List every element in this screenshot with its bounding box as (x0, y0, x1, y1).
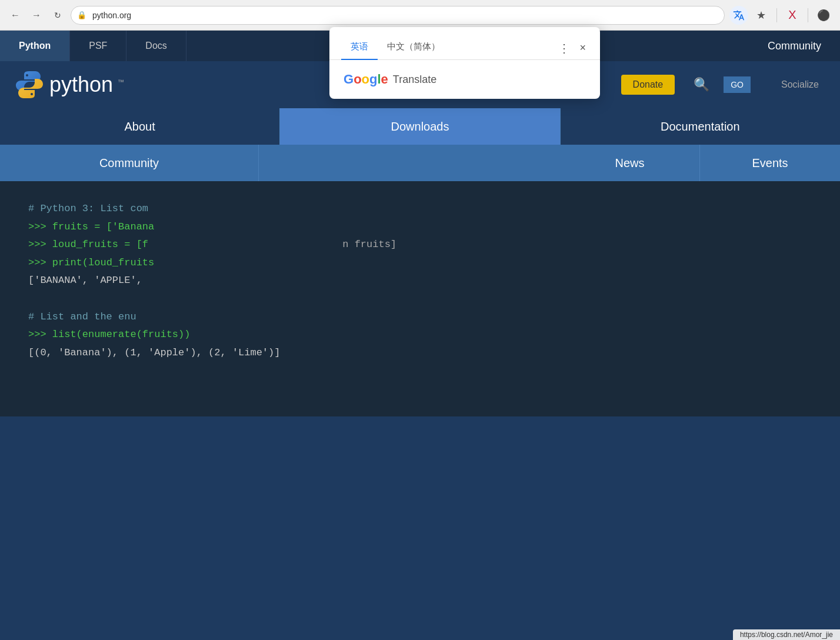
code-line-3: >>> print(loud_fruits (28, 254, 812, 272)
donate-button[interactable]: Donate (621, 75, 675, 95)
main-nav-row1: About Downloads Documentation (0, 108, 840, 145)
translate-tab-english[interactable]: 英语 (341, 36, 378, 59)
code-output-2: [(0, 'Banana'), (1, 'Apple'), (2, 'Lime'… (28, 344, 812, 362)
socialize-button[interactable]: Socialize (774, 79, 826, 90)
code-blank (28, 290, 812, 308)
translate-body: Google Translate (329, 60, 600, 99)
top-nav-docs[interactable]: Docs (126, 31, 186, 61)
forward-button[interactable]: → (28, 7, 45, 24)
code-line-2: >>> loud_fruits = [f n fruits] (28, 236, 812, 254)
nav-news[interactable]: News (560, 145, 700, 181)
top-nav-python[interactable]: Python (0, 31, 70, 61)
url-text: python.org (92, 11, 131, 20)
logo-tm: ™ (118, 78, 124, 85)
nav-about[interactable]: About (0, 108, 280, 145)
code-area: # Python 3: List com >>> fruits = ['Bana… (0, 181, 840, 416)
translate-more-icon[interactable]: ⋮ (556, 39, 572, 58)
code-output-1: ['BANANA', 'APPLE', (28, 272, 812, 290)
address-bar[interactable]: 🔒 python.org (71, 6, 725, 25)
status-bar: https://blog.csdn.net/Amor_jie (733, 629, 840, 640)
go-button[interactable]: GO (724, 76, 751, 93)
translate-tab-chinese[interactable]: 中文（简体） (378, 36, 449, 59)
top-nav-psf[interactable]: PSF (70, 31, 126, 61)
x-button[interactable]: X (783, 6, 802, 25)
nav-documentation[interactable]: Documentation (561, 108, 840, 145)
status-url: https://blog.csdn.net/Amor_jie (740, 631, 833, 639)
nav-downloads[interactable]: Downloads (280, 108, 560, 145)
logo-text: python (49, 72, 113, 97)
search-icon: 🔍 (694, 77, 709, 92)
translate-popup: 英语 中文（简体） ⋮ × Google Translate (329, 27, 600, 99)
code-line-4: >>> list(enumerate(fruits)) (28, 326, 812, 344)
nav-community[interactable]: Community (0, 145, 259, 181)
code-comment-2: # List and the enu (28, 308, 812, 326)
translate-tabs: 英语 中文（简体） ⋮ × (329, 27, 600, 60)
lock-icon: 🔒 (77, 11, 86, 19)
code-line-1: >>> fruits = ['Banana (28, 218, 812, 236)
nav-events[interactable]: Events (700, 145, 840, 181)
separator (776, 8, 777, 22)
translate-close-icon[interactable]: × (577, 39, 588, 56)
back-button[interactable]: ← (7, 7, 24, 24)
code-comment-1: # Python 3: List com (28, 200, 812, 218)
translate-actions: ⋮ × (556, 39, 588, 58)
nav-container: About Downloads Documentation Community … (0, 108, 840, 181)
top-nav-community[interactable]: Community (749, 31, 840, 61)
profile-button[interactable]: ⚫ (814, 6, 833, 25)
translate-button[interactable] (729, 6, 748, 25)
browser-actions: ★ X ⚫ (729, 6, 833, 25)
reload-button[interactable]: ↻ (49, 7, 66, 24)
translate-title: Translate (393, 74, 436, 86)
browser-chrome: ← → ↻ 🔒 python.org ★ X ⚫ (0, 0, 840, 31)
main-nav-row2: Community News Events (0, 145, 840, 181)
separator2 (808, 8, 808, 22)
google-logo: Google (344, 72, 388, 87)
python-logo-icon (14, 69, 45, 100)
python-logo: python ™ (14, 69, 124, 100)
bookmark-button[interactable]: ★ (752, 6, 771, 25)
